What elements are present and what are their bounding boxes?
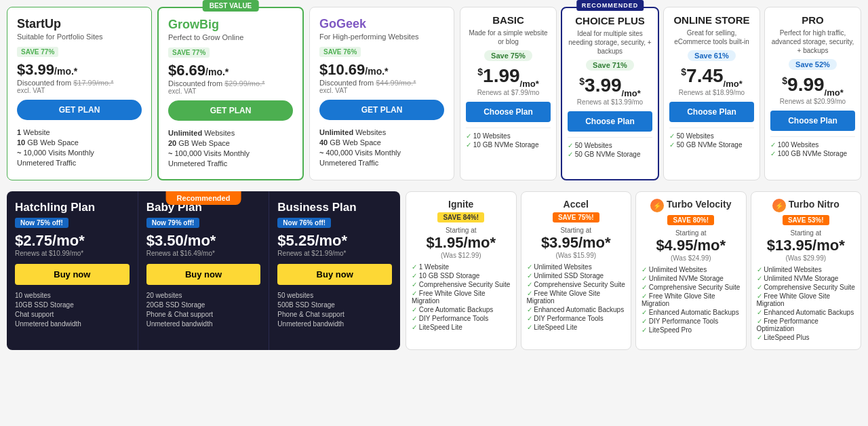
- pc-desc: Perfect for high traffic, advanced stora…: [770, 28, 855, 55]
- hosting-feature: Unlimited Websites: [527, 263, 626, 271]
- hg-price: $3.50/mo*: [146, 232, 261, 250]
- sg-card-startup: StartUpSuitable for Portfolio SitesSAVE …: [7, 7, 152, 180]
- hosting-feature: Comprehensive Security Suite: [527, 281, 626, 288]
- sg-feature: Unlimited Websites: [319, 128, 444, 136]
- pc-price: $1.99/mo*: [477, 65, 538, 89]
- hosting-was: (Was $15.99): [555, 252, 596, 259]
- hg-buy-now-button[interactable]: Buy now: [146, 264, 261, 285]
- sg-vat: excl. VAT: [319, 87, 444, 94]
- sg-card-gogeek: GoGeekFor High-performing WebsitesSAVE 7…: [309, 7, 454, 180]
- hosting-card-title: Ignite: [448, 199, 473, 210]
- hg-feature: Phone & Chat support: [146, 311, 261, 318]
- pc-desc: Made for a simple website or blog: [466, 28, 551, 46]
- pc-renew: Renews at $20.99/mo: [780, 98, 846, 105]
- price-card-choice-plus: RECOMMENDEDCHOICE PLUSIdeal for multiple…: [561, 7, 659, 180]
- sg-features: 1 Website10 GB Web Space~ 10,000 Visits …: [17, 128, 142, 167]
- sg-feature: ~ 100,000 Visits Monthly: [168, 149, 293, 157]
- pc-desc: Great for selling, eCommerce tools built…: [669, 28, 754, 46]
- choose-plan-button[interactable]: Choose Plan: [770, 111, 855, 131]
- hg-off-badge: Now 75% off!: [15, 218, 68, 228]
- hosting-feature: Enhanced Automatic Backups: [527, 306, 626, 313]
- sg-card-title: StartUp: [17, 17, 142, 31]
- hosting-card-turbo-nitro: ⚡ Turbo Nitro SAVE 53%!Starting at$13.95…: [751, 191, 862, 350]
- sg-price: $10.69/mo.*: [319, 61, 444, 79]
- sg-cards: StartUpSuitable for Portfolio SitesSAVE …: [7, 7, 454, 180]
- choose-plan-button[interactable]: Choose Plan: [466, 102, 551, 122]
- hg-renew: Renews at $10.99/mo*: [15, 250, 130, 257]
- hosting-feature: Free White Glove Site Migration: [412, 290, 511, 305]
- hosting-feature: DIY Performance Tools: [527, 315, 626, 322]
- hg-off-badge: Now 76% off!: [277, 218, 331, 228]
- sg-feature: Unlimited Websites: [168, 129, 293, 137]
- hosting-save-badge: SAVE 84%!: [437, 212, 484, 222]
- hg-buy-now-button[interactable]: Buy now: [277, 264, 392, 285]
- hg-price: $2.75/mo*: [15, 232, 130, 250]
- price-card-basic: BASICMade for a simple website or blogSa…: [460, 7, 557, 180]
- pc-title: CHOICE PLUS: [575, 15, 645, 26]
- hg-card-title: Business Plan: [277, 201, 392, 214]
- sg-feature: 20 GB Web Space: [168, 139, 293, 147]
- sg-feature: Unmetered Traffic: [168, 159, 293, 168]
- hg-card: Business PlanNow 76% off!$5.25/mo*Renews…: [269, 191, 400, 350]
- pc-title: PRO: [802, 14, 824, 26]
- pc-feature: 10 Websites: [466, 132, 551, 140]
- hosting-feature: 10 GB SSD Storage: [412, 272, 511, 279]
- sg-feature: 10 GB Web Space: [17, 138, 142, 147]
- sg-discounted: Discounted from $17.99/mo.*: [17, 79, 142, 87]
- pc-renew: Renews at $18.99/mo: [679, 89, 745, 96]
- hosting-card-title: Turbo Nitro: [789, 199, 840, 210]
- hosting-feature: Unlimited SSD Storage: [527, 272, 626, 279]
- hosting-feature: Free White Glove Site Migration: [527, 290, 626, 305]
- sg-feature: ~ 400,000 Visits Monthly: [319, 149, 444, 157]
- hosting-feature: Free White Glove Site Migration: [757, 292, 856, 307]
- hg-features: 10 websites10GB SSD StorageChat supportU…: [15, 292, 130, 328]
- hosting-feature: Comprehensive Security Suite: [757, 284, 856, 291]
- price-card-online-store: ONLINE STOREGreat for selling, eCommerce…: [663, 7, 760, 180]
- hosting-feature: Free White Glove Site Migration: [642, 292, 741, 307]
- sg-get-plan-button[interactable]: GET PLAN: [319, 100, 444, 120]
- pc-feature: 50 GB NVMe Storage: [568, 151, 652, 158]
- hosting-save-badge: SAVE 80%!: [667, 215, 714, 225]
- hosting-starting: Starting at: [560, 227, 591, 234]
- turbo-icon: ⚡: [650, 199, 664, 212]
- sg-get-plan-button[interactable]: GET PLAN: [168, 100, 293, 121]
- hg-feature: 50 websites: [277, 292, 392, 299]
- pc-feature: 10 GB NVMe Storage: [466, 141, 551, 149]
- hosting-feature: 1 Website: [412, 263, 511, 271]
- pc-price: $3.99/mo*: [579, 75, 640, 98]
- hosting-feature: Free Performance Optimization: [757, 317, 856, 332]
- hg-feature: 20GB SSD Storage: [146, 301, 261, 309]
- pc-title: BASIC: [492, 14, 524, 26]
- hosting-card-accel: AccelSAVE 75%!Starting at$3.95/mo*(Was $…: [521, 191, 632, 350]
- hosting-cards: IgniteSAVE 84%!Starting at$1.95/mo*(Was …: [406, 191, 861, 350]
- sg-card-subtitle: For High-performing Websites: [319, 33, 444, 41]
- hosting-was: (Was $29.99): [785, 254, 826, 262]
- save-badge: SAVE 76%: [319, 47, 361, 57]
- hosting-was: (Was $12.99): [441, 252, 481, 259]
- sg-card-subtitle: Perfect to Grow Online: [168, 33, 293, 41]
- save-badge: SAVE 77%: [17, 47, 58, 57]
- hg-recommended-badge: Recommended: [166, 191, 241, 205]
- hosting-feature: Unlimited Websites: [642, 266, 741, 273]
- hg-feature: Unmetered bandwidth: [146, 320, 261, 328]
- hosting-save-badge: SAVE 75%!: [553, 212, 599, 222]
- sg-feature: 1 Website: [17, 128, 142, 136]
- hosting-feature: Comprehensive Security Suite: [642, 284, 741, 291]
- choose-plan-button[interactable]: Choose Plan: [669, 102, 754, 122]
- hosting-starting: Starting at: [790, 229, 821, 237]
- hosting-feature: Unlimited Websites: [757, 266, 856, 273]
- sg-get-plan-button[interactable]: GET PLAN: [17, 100, 142, 120]
- hosting-card-title: Accel: [564, 199, 589, 210]
- pc-renew: Renews at $7.99/mo: [477, 89, 540, 96]
- pc-price: $7.45/mo*: [681, 65, 742, 89]
- hg-price: $5.25/mo*: [277, 232, 392, 250]
- hg-feature: Chat support: [15, 311, 130, 318]
- choose-plan-button[interactable]: Choose Plan: [568, 111, 652, 132]
- hg-feature: Unmetered bandwidth: [277, 320, 392, 328]
- hg-feature: Phone & Chat support: [277, 311, 392, 318]
- hosting-feature: Unlimited NVMe Storage: [757, 275, 856, 282]
- hosting-price: $1.95/mo*: [426, 234, 496, 252]
- hg-buy-now-button[interactable]: Buy now: [15, 264, 130, 285]
- pc-price: $9.99/mo*: [782, 74, 843, 98]
- pc-renew: Renews at $13.99/mo: [577, 98, 643, 106]
